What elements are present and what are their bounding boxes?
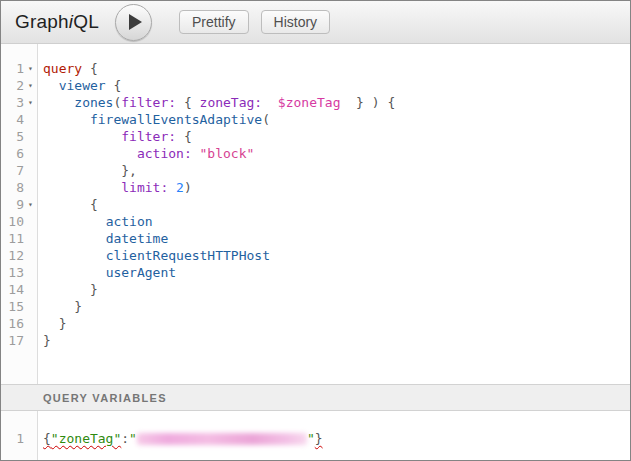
code-token: } (90, 282, 98, 297)
gutter-row: 12 (1, 247, 37, 264)
line-number: 11 (1, 230, 24, 247)
code-token (262, 95, 278, 110)
code-token: clientRequestHTTPHost (106, 248, 270, 263)
code-token: 2 (176, 180, 184, 195)
variables-code[interactable]: {"zoneTag":""} (38, 411, 630, 460)
query-variables-title: QUERY VARIABLES (43, 392, 167, 404)
code-line[interactable]: firewallEventsAdaptive( (43, 111, 630, 128)
line-number: 9 (1, 196, 24, 213)
code-line[interactable]: { (43, 196, 630, 213)
gutter-row: 1 (1, 430, 37, 447)
code-line[interactable]: zones(filter: { zoneTag: $zoneTag } ) { (43, 94, 630, 111)
variables-line[interactable]: {"zoneTag":""} (43, 430, 630, 447)
fold-spacer (24, 179, 37, 196)
code-token (43, 316, 59, 331)
graphiql-logo: GraphiQL (15, 11, 99, 33)
code-token: } (315, 431, 323, 446)
code-line[interactable]: } (43, 315, 630, 332)
code-token: action: (137, 146, 192, 161)
code-token: { (43, 431, 51, 446)
gutter-row: 13 (1, 264, 37, 281)
fold-spacer (24, 298, 37, 315)
line-number: 1 (1, 430, 24, 447)
code-token: } (43, 333, 51, 348)
code-token: ( (262, 112, 270, 127)
gutter-row: 11 (1, 230, 37, 247)
execute-query-button[interactable] (115, 4, 152, 41)
code-token: $zoneTag (278, 95, 341, 110)
code-token: { (90, 197, 98, 212)
code-token: "block" (200, 146, 255, 161)
history-button[interactable]: History (261, 10, 331, 34)
code-token: : (121, 431, 129, 446)
code-line[interactable]: } (43, 298, 630, 315)
line-number: 15 (1, 298, 24, 315)
code-token: " (129, 431, 137, 446)
code-token: filter: (121, 129, 176, 144)
code-token: query (43, 61, 82, 76)
graphiql-window: GraphiQL Prettify History 1▾2▾3▾456789▾1… (0, 0, 631, 461)
code-line[interactable]: } (43, 332, 630, 349)
code-token (168, 180, 176, 195)
fold-arrow-icon[interactable]: ▾ (24, 94, 37, 111)
code-line[interactable]: action: "block" (43, 145, 630, 162)
line-number: 6 (1, 145, 24, 162)
code-token (43, 146, 137, 161)
code-token: } (74, 299, 82, 314)
fold-arrow-icon[interactable]: ▾ (24, 196, 37, 213)
redacted-zone-tag-value (137, 433, 307, 445)
gutter-row: 8 (1, 179, 37, 196)
code-line[interactable]: }, (43, 162, 630, 179)
code-token (43, 112, 90, 127)
variables-line-number-gutter: 1 (1, 411, 38, 460)
fold-spacer (24, 332, 37, 349)
fold-spacer (24, 430, 37, 447)
line-number-gutter: 1▾2▾3▾456789▾1011121314151617 (1, 44, 38, 384)
code-line[interactable]: action (43, 213, 630, 230)
gutter-row: 5 (1, 128, 37, 145)
code-token: "zoneTag" (51, 431, 121, 446)
code-line[interactable]: query { (43, 60, 630, 77)
code-line[interactable]: viewer { (43, 77, 630, 94)
fold-spacer (24, 162, 37, 179)
code-token (43, 163, 121, 178)
code-line[interactable]: } (43, 281, 630, 298)
line-number: 10 (1, 213, 24, 230)
code-token (43, 180, 121, 195)
line-number: 14 (1, 281, 24, 298)
gutter-row: 1▾ (1, 60, 37, 77)
fold-arrow-icon[interactable]: ▾ (24, 60, 37, 77)
gutter-row: 15 (1, 298, 37, 315)
fold-arrow-icon[interactable]: ▾ (24, 77, 37, 94)
code-token: filter: (121, 95, 176, 110)
fold-spacer (24, 264, 37, 281)
code-token: zoneTag: (200, 95, 263, 110)
code-line[interactable]: clientRequestHTTPHost (43, 247, 630, 264)
code-token: }, (121, 163, 137, 178)
prettify-button[interactable]: Prettify (179, 10, 249, 34)
code-token (43, 265, 106, 280)
line-number: 8 (1, 179, 24, 196)
gutter-row: 2▾ (1, 77, 37, 94)
code-token: viewer (59, 78, 106, 93)
line-number: 16 (1, 315, 24, 332)
line-number: 1 (1, 60, 24, 77)
code-line[interactable]: limit: 2) (43, 179, 630, 196)
code-token: } ) { (340, 95, 395, 110)
code-line[interactable]: userAgent (43, 264, 630, 281)
gutter-row: 16 (1, 315, 37, 332)
play-icon (129, 14, 142, 30)
code-line[interactable]: filter: { (43, 128, 630, 145)
query-code[interactable]: query { viewer { zones(filter: { zoneTag… (38, 44, 630, 384)
gutter-row: 17 (1, 332, 37, 349)
line-number: 2 (1, 77, 24, 94)
code-line[interactable]: datetime (43, 230, 630, 247)
query-variables-header[interactable]: QUERY VARIABLES (1, 384, 630, 411)
fold-spacer (24, 128, 37, 145)
code-token: " (307, 431, 315, 446)
toolbar: GraphiQL Prettify History (1, 1, 630, 44)
line-number: 12 (1, 247, 24, 264)
line-number: 5 (1, 128, 24, 145)
code-token: ) (184, 180, 192, 195)
gutter-row: 3▾ (1, 94, 37, 111)
